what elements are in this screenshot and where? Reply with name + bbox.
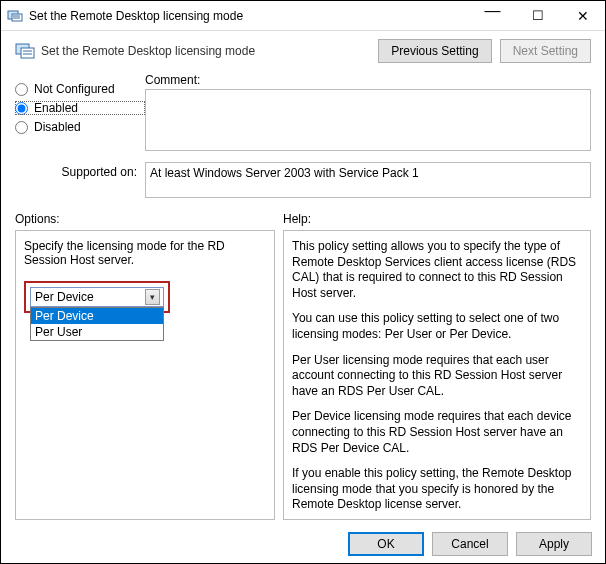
ok-button[interactable]: OK	[348, 532, 424, 556]
help-p1: This policy setting allows you to specif…	[292, 239, 582, 301]
cancel-button[interactable]: Cancel	[432, 532, 508, 556]
window-title: Set the Remote Desktop licensing mode	[29, 9, 470, 23]
previous-setting-button[interactable]: Previous Setting	[378, 39, 491, 63]
close-button[interactable]: ✕	[560, 2, 605, 30]
radio-enabled[interactable]: Enabled	[15, 101, 145, 115]
radio-disabled-label: Disabled	[34, 120, 81, 134]
help-p3: Per User licensing mode requires that ea…	[292, 353, 582, 400]
supported-on-label: Supported on:	[15, 162, 145, 179]
licensing-mode-combo[interactable]: Per Device ▾	[30, 287, 164, 307]
supported-on-value: At least Windows Server 2003 with Servic…	[145, 162, 591, 198]
options-instruction: Specify the licensing mode for the RD Se…	[24, 239, 266, 267]
radio-not-configured-label: Not Configured	[34, 82, 115, 96]
help-pane: This policy setting allows you to specif…	[283, 230, 591, 520]
policy-header-icon	[15, 41, 35, 61]
radio-not-configured[interactable]: Not Configured	[15, 82, 145, 96]
radio-enabled-input[interactable]	[15, 102, 28, 115]
help-p2: You can use this policy setting to selec…	[292, 311, 582, 342]
comment-textarea[interactable]	[145, 89, 591, 151]
dropdown-option-per-device[interactable]: Per Device	[31, 308, 163, 324]
titlebar: Set the Remote Desktop licensing mode — …	[1, 1, 605, 31]
maximize-button[interactable]: ☐	[515, 2, 560, 30]
radio-enabled-label: Enabled	[34, 101, 78, 115]
licensing-mode-dropdown[interactable]: Per Device Per User	[30, 307, 164, 341]
chevron-down-icon[interactable]: ▾	[145, 289, 160, 305]
options-label: Options:	[15, 212, 283, 226]
combo-selected-value: Per Device	[35, 290, 94, 304]
next-setting-button: Next Setting	[500, 39, 591, 63]
help-p4: Per Device licensing mode requires that …	[292, 409, 582, 456]
svg-rect-5	[21, 48, 34, 58]
options-pane: Specify the licensing mode for the RD Se…	[15, 230, 275, 520]
apply-button[interactable]: Apply	[516, 532, 592, 556]
dropdown-option-per-user[interactable]: Per User	[31, 324, 163, 340]
minimize-button[interactable]: —	[470, 2, 515, 30]
radio-disabled-input[interactable]	[15, 121, 28, 134]
policy-icon	[7, 8, 23, 24]
radio-disabled[interactable]: Disabled	[15, 120, 145, 134]
radio-not-configured-input[interactable]	[15, 83, 28, 96]
highlighted-dropdown-area: Per Device ▾ Per Device Per User	[24, 281, 170, 313]
help-label: Help:	[283, 212, 311, 226]
help-p5: If you enable this policy setting, the R…	[292, 466, 582, 513]
dialog-footer: OK Cancel Apply	[348, 532, 592, 556]
comment-label: Comment:	[145, 73, 591, 87]
header-label: Set the Remote Desktop licensing mode	[41, 44, 378, 58]
